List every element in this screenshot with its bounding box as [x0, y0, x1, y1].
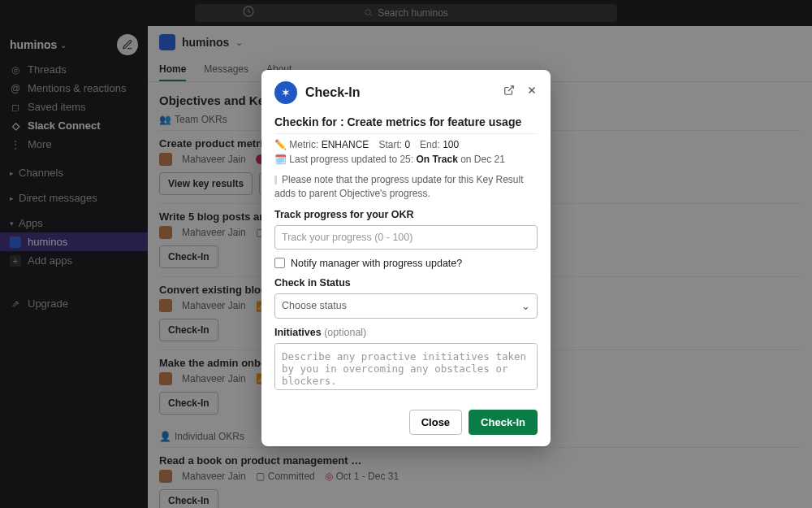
- divider: [274, 133, 538, 134]
- modal-subject: Checkin for : Create metrics for feature…: [274, 115, 538, 128]
- notify-manager-checkbox[interactable]: Notify manager with progress update?: [274, 258, 538, 269]
- progress-input[interactable]: [274, 225, 538, 250]
- close-icon[interactable]: [526, 85, 538, 98]
- pencil-icon: ✏️: [274, 139, 287, 150]
- status-select[interactable]: Choose status ⌄: [274, 293, 538, 319]
- metric-line: ✏️ Metric: ENHANCE Start: 0 End: 100: [274, 139, 538, 150]
- last-progress-line: 🗓️ Last progress updated to 25: On Track…: [274, 154, 538, 165]
- submit-checkin-button[interactable]: Check-In: [469, 410, 538, 435]
- modal-title: Check-In: [305, 85, 361, 100]
- chevron-down-icon: ⌄: [521, 300, 530, 312]
- status-label: Check in Status: [274, 277, 538, 289]
- calendar-icon: 🗓️: [274, 154, 287, 165]
- info-note: Please note that the progress update for…: [274, 173, 538, 201]
- note-bar-icon: [274, 176, 277, 185]
- app-logo-icon: ✶: [274, 81, 297, 104]
- close-button[interactable]: Close: [409, 410, 462, 435]
- track-progress-label: Track progress for your OKR: [274, 209, 538, 220]
- checkbox-icon: [274, 258, 285, 268]
- initiatives-label: Initiatives (optional): [274, 327, 538, 338]
- initiatives-textarea[interactable]: [274, 343, 538, 390]
- modal-overlay[interactable]: ✶ Check-In Checkin for : Create metrics …: [0, 0, 812, 508]
- checkin-modal: ✶ Check-In Checkin for : Create metrics …: [261, 70, 551, 446]
- external-link-icon[interactable]: [503, 85, 515, 98]
